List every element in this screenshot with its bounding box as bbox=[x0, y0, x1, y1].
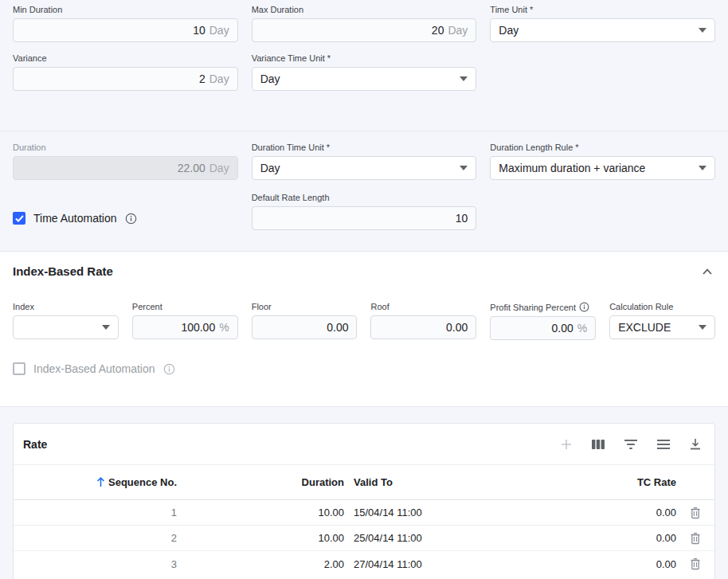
duration-field: Duration 22.00 Day bbox=[13, 143, 238, 180]
index-fields-row: Index Percent 100.00 % Floor 0.00 Roof 0… bbox=[13, 302, 715, 340]
time-unit-value: Day bbox=[499, 24, 519, 37]
duration-input: 22.00 Day bbox=[13, 156, 238, 180]
time-automation-checkbox-row[interactable]: Time Automation bbox=[13, 212, 238, 225]
time-unit-label: Time Unit * bbox=[490, 5, 715, 14]
time-unit-field: Time Unit * Day bbox=[490, 5, 715, 42]
roof-field: Roof 0.00 bbox=[370, 302, 476, 340]
chevron-down-icon bbox=[102, 325, 110, 330]
max-duration-field: Max Duration 20 Day bbox=[252, 5, 477, 42]
sequence-no-column-header[interactable]: Sequence No. bbox=[14, 476, 177, 488]
default-rate-length-value: 10 bbox=[456, 212, 468, 225]
variance-input[interactable]: 2 Day bbox=[13, 67, 238, 91]
variance-field: Variance 2 Day bbox=[13, 53, 238, 91]
index-select[interactable] bbox=[13, 315, 119, 339]
profit-sharing-label-text: Profit Sharing Percent bbox=[490, 303, 576, 312]
rate-area: Rate bbox=[0, 407, 728, 579]
index-automation-checkbox bbox=[13, 362, 25, 375]
delete-row-icon[interactable] bbox=[676, 532, 714, 545]
section-title: Index-Based Rate bbox=[13, 264, 113, 278]
roof-label: Roof bbox=[370, 302, 476, 311]
duration-cell: 10.00 bbox=[177, 532, 344, 544]
sequence-no-header-label: Sequence No. bbox=[108, 476, 177, 488]
index-label: Index bbox=[13, 302, 119, 311]
info-icon[interactable] bbox=[163, 363, 175, 375]
variance-suffix: Day bbox=[209, 72, 229, 85]
columns-icon[interactable] bbox=[591, 438, 605, 451]
min-duration-label: Min Duration bbox=[13, 5, 238, 14]
variance-time-unit-field: Variance Time Unit * Day bbox=[252, 53, 477, 91]
profit-sharing-label: Profit Sharing Percent bbox=[490, 302, 596, 312]
max-duration-label: Max Duration bbox=[252, 5, 477, 14]
rate-table-body: 1 10.00 15/04/14 11:00 0.00 2 10.00 25/0… bbox=[14, 500, 714, 579]
rate-toolbar bbox=[560, 438, 702, 451]
percent-label: Percent bbox=[132, 302, 238, 311]
duration-label: Duration bbox=[13, 143, 238, 152]
delete-row-icon[interactable] bbox=[676, 557, 714, 570]
valid-to-cell: 25/04/14 11:00 bbox=[344, 532, 555, 544]
calculation-rule-label: Calculation Rule bbox=[609, 302, 715, 311]
index-based-rate-section: Index-Based Rate Index Percent 100.00 % … bbox=[0, 251, 728, 407]
duration-length-rule-value: Maximum duration + variance bbox=[499, 162, 645, 174]
table-row: 2 10.00 25/04/14 11:00 0.00 bbox=[14, 526, 714, 551]
calculation-rule-select[interactable]: EXCLUDE bbox=[609, 315, 715, 339]
duration-length-rule-select[interactable]: Maximum duration + variance bbox=[490, 156, 715, 180]
info-icon[interactable] bbox=[579, 302, 589, 312]
delete-row-icon[interactable] bbox=[676, 507, 714, 519]
floor-field: Floor 0.00 bbox=[252, 302, 358, 340]
profit-sharing-field: Profit Sharing Percent 0.00 % bbox=[490, 302, 596, 340]
form-row-4: Time Automation Default Rate Length 10 bbox=[13, 193, 715, 230]
chevron-down-icon bbox=[699, 28, 706, 33]
calculation-rule-field: Calculation Rule EXCLUDE bbox=[609, 302, 715, 340]
form-row-2: Variance 2 Day Variance Time Unit * Day bbox=[13, 53, 715, 91]
index-automation-checkbox-row: Index-Based Automation bbox=[13, 362, 715, 375]
chevron-down-icon bbox=[699, 166, 706, 170]
duration-time-unit-select[interactable]: Day bbox=[252, 156, 477, 180]
max-duration-input[interactable]: 20 Day bbox=[252, 18, 477, 42]
duration-time-unit-field: Duration Time Unit * Day bbox=[252, 143, 477, 180]
default-rate-length-input[interactable]: 10 bbox=[252, 206, 477, 230]
duration-length-rule-label: Duration Length Rule * bbox=[490, 143, 715, 152]
valid-to-column-header[interactable]: Valid To bbox=[344, 476, 555, 488]
duration-time-unit-label: Duration Time Unit * bbox=[252, 143, 477, 152]
density-icon[interactable] bbox=[656, 439, 671, 450]
variance-time-unit-select[interactable]: Day bbox=[252, 67, 477, 91]
roof-input[interactable]: 0.00 bbox=[370, 315, 476, 339]
table-row: 1 10.00 15/04/14 11:00 0.00 bbox=[14, 500, 714, 526]
min-duration-input[interactable]: 10 Day bbox=[13, 18, 238, 42]
duration-suffix: Day bbox=[209, 162, 229, 174]
variance-time-unit-value: Day bbox=[260, 72, 280, 85]
max-duration-suffix: Day bbox=[448, 24, 468, 37]
chevron-down-icon bbox=[460, 166, 468, 170]
percent-value: 100.00 bbox=[181, 321, 215, 334]
sequence-cell: 1 bbox=[14, 507, 177, 518]
percent-input[interactable]: 100.00 % bbox=[132, 315, 238, 339]
time-automation-label: Time Automation bbox=[33, 212, 117, 225]
filter-icon[interactable] bbox=[624, 439, 638, 450]
duration-time-unit-value: Day bbox=[260, 162, 280, 174]
calculation-rule-value: EXCLUDE bbox=[618, 321, 671, 334]
variance-label: Variance bbox=[13, 53, 238, 63]
chevron-up-icon[interactable] bbox=[699, 265, 715, 278]
sequence-cell: 2 bbox=[14, 532, 177, 544]
duration-column-header[interactable]: Duration bbox=[177, 476, 344, 488]
tc-rate-cell: 0.00 bbox=[555, 507, 676, 518]
duration-value: 22.00 bbox=[178, 162, 205, 174]
duration-cell: 2.00 bbox=[177, 558, 344, 570]
sort-ascending-icon[interactable] bbox=[96, 477, 105, 487]
floor-input[interactable]: 0.00 bbox=[252, 315, 358, 339]
default-rate-length-field: Default Rate Length 10 bbox=[252, 193, 477, 230]
profit-sharing-suffix: % bbox=[577, 322, 587, 334]
form-row-1: Min Duration 10 Day Max Duration 20 Day … bbox=[13, 5, 715, 42]
time-automation-checkbox[interactable] bbox=[13, 212, 25, 225]
chevron-down-icon bbox=[460, 76, 468, 81]
tc-rate-column-header[interactable]: TC Rate bbox=[555, 476, 676, 488]
profit-sharing-input[interactable]: 0.00 % bbox=[490, 316, 596, 340]
rate-table-header-row: Sequence No. Duration Valid To TC Rate bbox=[14, 465, 714, 500]
download-icon[interactable] bbox=[689, 438, 702, 451]
floor-value: 0.00 bbox=[327, 321, 348, 334]
info-icon[interactable] bbox=[125, 213, 137, 225]
min-duration-suffix: Day bbox=[209, 24, 229, 37]
time-unit-select[interactable]: Day bbox=[490, 18, 715, 42]
add-row-icon bbox=[560, 438, 573, 451]
sequence-cell: 3 bbox=[14, 558, 177, 570]
